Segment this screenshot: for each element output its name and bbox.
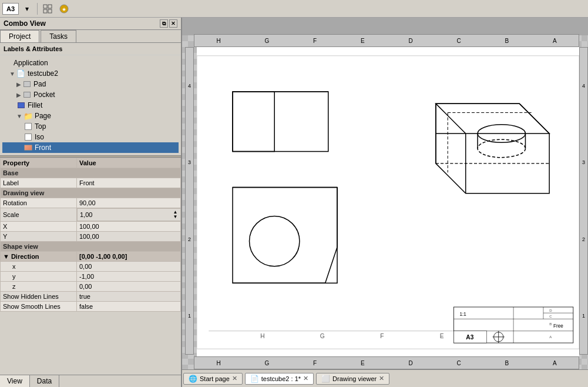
prop-direction-val[interactable]: [0,00 -1,00 0,00] xyxy=(77,252,181,262)
svg-text:F: F xyxy=(380,333,384,339)
prop-dir-z-key: z xyxy=(1,282,77,292)
labels-attributes-header: Labels & Attributes xyxy=(0,43,181,55)
prop-hidden-key: Show Hidden Lines xyxy=(1,292,77,302)
toolbar-separator-1 xyxy=(37,3,38,15)
ruler-mark-c-bot: C xyxy=(456,360,461,366)
prop-label-row: Label Front xyxy=(1,178,181,188)
tree-item-pad[interactable]: ▶ Pad xyxy=(2,79,179,89)
drawing-area[interactable]: H G F E D A3 xyxy=(197,47,579,358)
prop-rotation-key: Rotation xyxy=(1,198,77,208)
pocket-icon xyxy=(22,90,32,99)
ruler-mark-3-left: 3 xyxy=(188,159,191,165)
combo-controls: ⧉ ✕ xyxy=(160,19,177,28)
ruler-mark-h: H xyxy=(216,38,220,44)
svg-text:C: C xyxy=(549,314,552,318)
spinner-arrows[interactable]: ▲ ▼ xyxy=(173,210,178,219)
tree-item-top[interactable]: Top xyxy=(2,121,179,132)
tree-item-front[interactable]: Front xyxy=(2,142,179,153)
drawing-svg: H G F E D A3 xyxy=(197,47,579,358)
tree-item-pocket[interactable]: ▶ Pocket xyxy=(2,89,179,100)
ruler-right: 4 3 2 1 xyxy=(579,47,588,355)
start-tab-label: Start page xyxy=(200,375,230,382)
svg-rect-6 xyxy=(197,56,579,349)
iso-icon xyxy=(23,132,33,142)
prop-hidden-row: Show Hidden Lines true xyxy=(1,292,181,302)
combo-close-btn[interactable]: ✕ xyxy=(169,19,177,28)
application-icon xyxy=(2,58,12,68)
drawing-tab-close[interactable]: ✕ xyxy=(379,375,384,382)
expand-arrow-page: ▼ xyxy=(16,113,22,119)
page-tab-testcube[interactable]: 📄 testcube2 : 1* ✕ xyxy=(245,373,314,385)
ruler-mark-d-bot: D xyxy=(408,360,412,366)
fillet-icon xyxy=(16,101,26,110)
prop-header-row: Property Value xyxy=(1,158,181,168)
prop-dir-z-val[interactable]: 0,00 xyxy=(77,282,181,292)
prop-dir-x-val[interactable]: 0,00 xyxy=(77,262,181,272)
svg-rect-3 xyxy=(48,9,52,13)
tab-project[interactable]: Project xyxy=(0,30,39,42)
bottom-tab-view[interactable]: View xyxy=(0,375,30,387)
prop-x-row: X 100,00 xyxy=(1,222,181,232)
ruler-mark-4-left: 4 xyxy=(188,83,191,89)
tree-item-fillet[interactable]: Fillet xyxy=(2,100,179,111)
testcube-tab-label: testcube2 : 1* xyxy=(261,375,301,382)
prop-dir-y-val[interactable]: -1,00 xyxy=(77,272,181,282)
toolbar-grid-btn[interactable] xyxy=(40,2,55,16)
ruler-mark-a: A xyxy=(553,38,557,44)
tab-tasks[interactable]: Tasks xyxy=(41,30,76,42)
prop-y-val[interactable]: 100,00 xyxy=(77,232,181,242)
page-tab-drawing[interactable]: ⬜ Drawing viewer ✕ xyxy=(316,373,389,385)
title-block: A3 Free D C B A 1:1 xyxy=(453,307,573,343)
front-icon xyxy=(23,143,33,152)
ruler-mark-2-left: 2 xyxy=(188,236,191,242)
bottom-bar: 🌐 Start page ✕ 📄 testcube2 : 1* ✕ ⬜ Draw… xyxy=(182,369,588,387)
combo-restore-btn[interactable]: ⧉ xyxy=(160,19,168,28)
svg-text:★: ★ xyxy=(62,6,66,12)
prop-y-key: Y xyxy=(1,232,77,242)
prop-x-val[interactable]: 100,00 xyxy=(77,222,181,232)
svg-text:G: G xyxy=(320,333,325,339)
prop-label-val[interactable]: Front xyxy=(77,178,181,188)
tab-bar: Project Tasks xyxy=(0,30,181,43)
section-shape-view: Shape view xyxy=(1,242,181,252)
tree-view: Application ▼ 📄 testcube2 ▶ Pad ▶ Pocket… xyxy=(0,55,181,155)
svg-rect-2 xyxy=(43,9,47,13)
combo-view-header: Combo View ⧉ ✕ xyxy=(0,18,181,30)
tree-item-iso[interactable]: Iso xyxy=(2,132,179,142)
bottom-tab-data[interactable]: Data xyxy=(30,375,59,387)
ruler-mark-e: E xyxy=(361,38,365,44)
ruler-mark-g-bot: G xyxy=(264,360,269,366)
prop-rotation-val[interactable]: 90,00 xyxy=(77,198,181,208)
svg-text:B: B xyxy=(549,322,552,326)
prop-scale-key: Scale xyxy=(1,208,77,222)
combo-view-title: Combo View xyxy=(4,19,46,28)
toolbar-action-btn[interactable]: ★ xyxy=(56,2,72,16)
page-tab-start[interactable]: 🌐 Start page ✕ xyxy=(183,373,243,385)
main-layout: Combo View ⧉ ✕ Project Tasks Labels & At… xyxy=(0,18,588,387)
spinner-down[interactable]: ▼ xyxy=(173,215,178,219)
svg-text:H: H xyxy=(260,333,264,339)
testcube-tab-close[interactable]: ✕ xyxy=(303,375,308,382)
ruler-bottom: H G F E D C B A xyxy=(194,356,579,369)
prop-x-key: X xyxy=(1,222,77,232)
prop-rotation-row: Rotation 90,00 xyxy=(1,198,181,208)
start-tab-close[interactable]: ✕ xyxy=(232,375,237,382)
left-panel: Combo View ⧉ ✕ Project Tasks Labels & At… xyxy=(0,18,182,387)
properties-panel: Property Value Base Label Front Drawing … xyxy=(0,158,181,375)
toolbar-dropdown-btn[interactable]: ▾ xyxy=(19,2,35,16)
prop-col-property: Property xyxy=(1,158,77,168)
expand-arrow-pad: ▶ xyxy=(16,81,21,88)
tree-item-page[interactable]: ▼ 📁 Page xyxy=(2,111,179,121)
prop-dir-z-row: z 0,00 xyxy=(1,282,181,292)
prop-hidden-val[interactable]: true xyxy=(77,292,181,302)
right-panel: H G F E D C B A 4 3 2 1 4 3 2 1 xyxy=(182,18,588,387)
top-margin xyxy=(182,18,588,35)
prop-smooth-val[interactable]: false xyxy=(77,302,181,312)
ruler-mark-d: D xyxy=(408,38,412,44)
top-icon xyxy=(23,122,33,131)
tree-item-testcube2[interactable]: ▼ 📄 testcube2 xyxy=(2,68,179,79)
expand-arrow-pocket: ▶ xyxy=(16,92,21,98)
prop-scale-val[interactable]: 1,00 ▲ ▼ xyxy=(77,208,181,221)
ruler-left: 4 3 2 1 xyxy=(185,47,194,355)
folder-icon: 📁 xyxy=(23,111,33,121)
